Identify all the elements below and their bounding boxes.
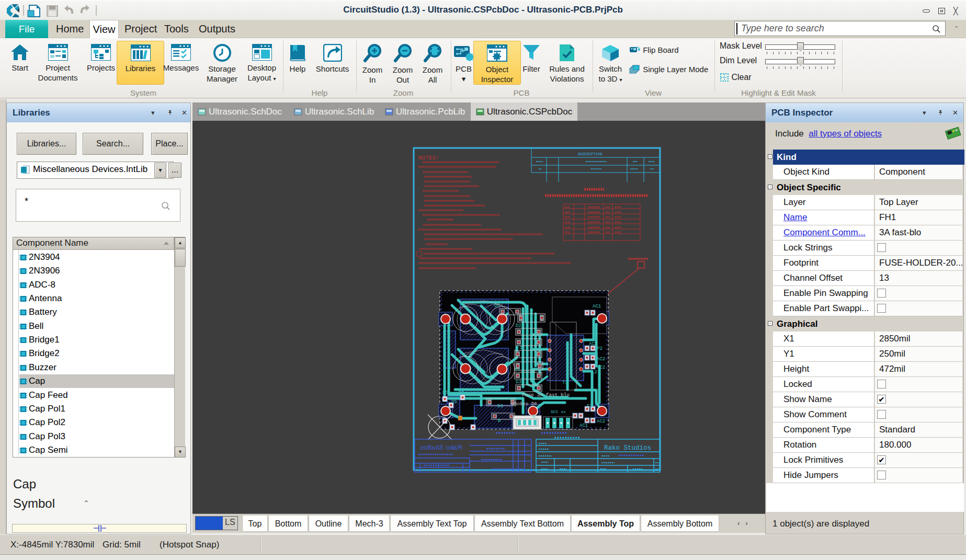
svg-text:AC1: AC1: [579, 423, 588, 428]
svg-text:NOTES:: NOTES:: [418, 155, 439, 161]
svg-text:DESCRIPTION: DESCRIPTION: [578, 152, 602, 156]
svg-text:AC2: AC2: [597, 419, 605, 424]
svg-text:C1: C1: [522, 308, 528, 314]
svg-text:L2: L2: [592, 370, 597, 375]
svg-text:Chokes D6: Chokes D6: [512, 402, 537, 407]
svg-text:D5: D5: [451, 399, 457, 405]
svg-text:D6: D6: [497, 404, 503, 409]
svg-text:B: B: [498, 418, 501, 424]
svg-text:E5: E5: [442, 390, 448, 395]
svg-text:AC1: AC1: [593, 304, 601, 309]
svg-text:AC2: AC2: [597, 365, 605, 370]
svg-text:Fuse 3A fast blo: Fuse 3A fast blo: [522, 392, 570, 398]
svg-text:AC2: AC2: [597, 357, 605, 362]
svg-text:D1: D1: [515, 367, 520, 372]
svg-text:Rako Studios: Rako Studios: [604, 444, 651, 452]
svg-text:D2: D2: [516, 323, 521, 328]
svg-text:P2: P2: [597, 346, 603, 351]
svg-text:G: G: [532, 414, 535, 419]
svg-text:AC1: AC1: [589, 341, 597, 347]
svg-text:T1: T1: [562, 380, 568, 385]
svg-text:SCC xx: SCC xx: [551, 409, 566, 414]
svg-text:L1: L1: [458, 388, 464, 393]
svg-text:Rako Studios: Rako Studios: [420, 443, 462, 451]
svg-text:F2: F2: [587, 404, 593, 409]
svg-text:F1: F1: [517, 345, 522, 350]
svg-text:D3: D3: [516, 380, 521, 385]
